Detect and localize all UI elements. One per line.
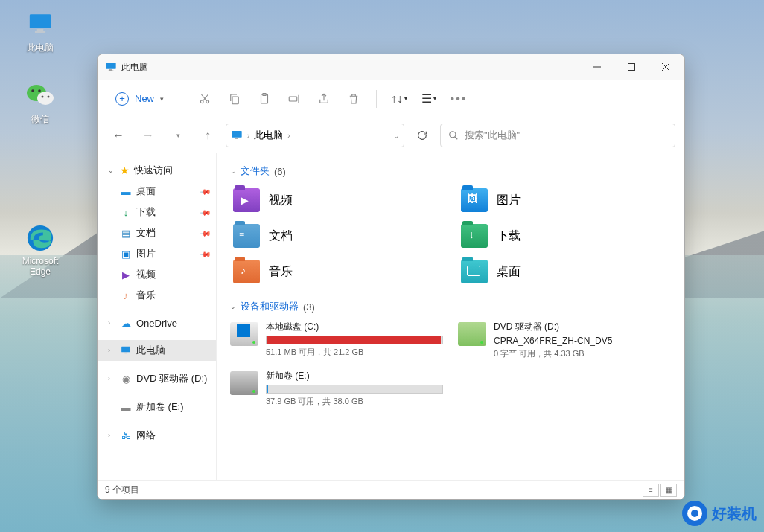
folder-pictures[interactable]: 🖼图片: [458, 185, 671, 215]
svg-rect-21: [232, 97, 238, 104]
cut-button[interactable]: [191, 86, 218, 112]
rename-button[interactable]: [281, 86, 308, 112]
titlebar[interactable]: 此电脑: [98, 54, 684, 80]
music-folder-icon: ♪: [233, 260, 260, 283]
toolbar: + New ▾ ↑↓▾ ☰▾ •••: [98, 80, 684, 118]
svg-point-4: [37, 92, 54, 105]
status-text: 9 个项目: [105, 484, 139, 496]
svg-point-6: [38, 89, 41, 92]
folder-downloads[interactable]: ↓下载: [458, 221, 671, 251]
folder-documents[interactable]: ≡文档: [230, 221, 443, 251]
details-view-icon[interactable]: ≡: [643, 484, 659, 497]
recent-button[interactable]: ▾: [166, 124, 190, 147]
share-button[interactable]: [311, 86, 337, 112]
sidebar-item-videos[interactable]: ▶视频: [98, 264, 216, 285]
desktop-icon-wechat[interactable]: 微信: [13, 80, 67, 126]
svg-rect-26: [232, 131, 241, 138]
section-header-drives[interactable]: ⌄ 设备和驱动器 (3): [230, 300, 671, 313]
svg-point-18: [206, 100, 209, 103]
svg-point-28: [450, 132, 456, 138]
folder-desktop[interactable]: 桌面: [458, 257, 671, 286]
svg-rect-14: [628, 64, 635, 71]
status-bar: 9 个项目 ≡ ▦: [98, 480, 684, 499]
folder-music[interactable]: ♪音乐: [230, 257, 443, 286]
sort-button[interactable]: ↑↓▾: [386, 86, 413, 112]
desktop-folder-icon: [461, 260, 488, 283]
back-button[interactable]: ←: [106, 124, 130, 147]
sidebar-item-pictures[interactable]: ▣图片📌: [98, 243, 216, 264]
main-content: ⌄ 文件夹 (6) ▶视频 🖼图片 ≡文档 ↓下载 ♪音乐 桌面 ⌄ 设备和驱动…: [217, 153, 684, 480]
search-input[interactable]: 搜索"此电脑": [440, 124, 675, 147]
maximize-button[interactable]: [614, 55, 649, 79]
view-button[interactable]: ☰▾: [416, 86, 442, 112]
svg-point-8: [48, 96, 50, 98]
pin-icon: 📌: [200, 227, 211, 239]
svg-rect-27: [235, 138, 238, 138]
dvd-drive-icon: [458, 322, 486, 346]
network-icon: 🖧: [120, 429, 132, 441]
video-folder-icon: ▶: [233, 188, 260, 212]
edge-icon: [25, 223, 55, 253]
address-bar[interactable]: › 此电脑 › ⌄: [226, 124, 404, 147]
sidebar-item-downloads[interactable]: ↓下载📌: [98, 202, 216, 222]
desktop-icon-this-pc[interactable]: 此电脑: [13, 9, 67, 54]
nav-row: ← → ▾ ↑ › 此电脑 › ⌄ 搜索"此电脑": [98, 118, 684, 153]
svg-rect-0: [30, 14, 51, 28]
sidebar-item-documents[interactable]: ▤文档📌: [98, 222, 216, 243]
cloud-icon: ☁: [120, 317, 132, 329]
folder-videos[interactable]: ▶视频: [230, 185, 443, 215]
desktop-icon-label: 微信: [13, 113, 67, 126]
music-icon: ♪: [120, 289, 132, 301]
chevron-down-icon: ⌄: [230, 303, 236, 310]
video-icon: ▶: [120, 269, 132, 281]
windows-drive-icon: [230, 322, 258, 346]
paste-button[interactable]: [251, 86, 278, 112]
drive-c[interactable]: 本地磁盘 (C:) 51.1 MB 可用，共 21.2 GB: [230, 321, 443, 359]
up-button[interactable]: ↑: [196, 124, 220, 147]
pin-icon: 📌: [200, 206, 211, 218]
copy-button[interactable]: [221, 86, 248, 112]
search-icon: [448, 130, 459, 141]
desktop-icon-edge[interactable]: Microsoft Edge: [13, 223, 67, 277]
download-icon: ↓: [120, 206, 132, 218]
svg-rect-11: [109, 69, 112, 70]
drive-icon: ▬: [120, 401, 132, 413]
more-button[interactable]: •••: [445, 86, 472, 112]
close-button[interactable]: [649, 55, 683, 79]
section-header-folders[interactable]: ⌄ 文件夹 (6): [230, 164, 671, 178]
sidebar-item-network[interactable]: ›🖧网络: [98, 425, 216, 446]
sidebar-item-desktop[interactable]: ▬桌面📌: [98, 181, 216, 202]
sidebar-item-newvol[interactable]: ›▬新加卷 (E:): [98, 397, 216, 417]
drive-capacity-bar: [266, 336, 443, 344]
window-title: 此电脑: [121, 61, 148, 74]
chevron-down-icon: ⌄: [230, 167, 236, 175]
svg-rect-1: [37, 29, 44, 31]
tiles-view-icon[interactable]: ▦: [660, 484, 677, 497]
pin-icon: 📌: [200, 248, 211, 260]
download-folder-icon: ↓: [461, 224, 488, 248]
drive-d[interactable]: DVD 驱动器 (D:) CPRA_X64FRE_ZH-CN_DV5 0 字节 …: [458, 321, 671, 359]
sidebar-item-dvd[interactable]: ›◉DVD 驱动器 (D:): [98, 368, 216, 389]
view-toggle[interactable]: ≡ ▦: [643, 484, 677, 497]
disc-icon: ◉: [120, 373, 132, 385]
sidebar-item-this-pc[interactable]: ›此电脑: [98, 340, 216, 361]
star-icon: ★: [120, 164, 130, 176]
svg-line-29: [455, 137, 458, 140]
watermark: 好装机: [682, 501, 757, 526]
monitor-icon: [120, 344, 132, 356]
sidebar-item-music[interactable]: ♪音乐: [98, 285, 216, 306]
breadcrumb[interactable]: 此电脑: [254, 129, 283, 142]
document-folder-icon: ≡: [233, 224, 260, 248]
minimize-button[interactable]: [580, 55, 614, 79]
new-button[interactable]: + New ▾: [106, 88, 173, 110]
sidebar-item-quick-access[interactable]: ⌄★快速访问: [98, 160, 216, 181]
sidebar-item-onedrive[interactable]: ›☁OneDrive: [98, 313, 216, 333]
delete-button[interactable]: [340, 86, 367, 112]
forward-button[interactable]: →: [136, 124, 160, 147]
svg-point-17: [200, 100, 203, 103]
svg-rect-12: [109, 71, 114, 71]
chevron-down-icon[interactable]: ⌄: [393, 132, 399, 140]
drive-e[interactable]: 新加卷 (E:) 37.9 GB 可用，共 38.0 GB: [230, 370, 443, 407]
refresh-button[interactable]: [410, 124, 434, 147]
pin-icon: 📌: [200, 185, 211, 197]
